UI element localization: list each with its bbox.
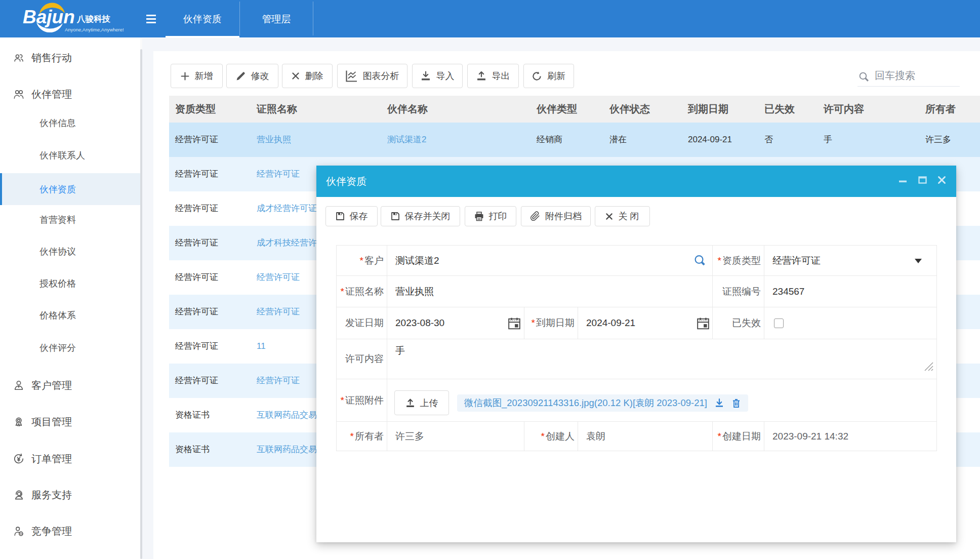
svg-text:Bajun: Bajun (23, 7, 75, 27)
svg-text:Anyone,Anytime,Anywhere!: Anyone,Anytime,Anywhere! (65, 27, 124, 32)
svg-text:vs: vs (20, 532, 23, 535)
svg-text:八骏科技: 八骏科技 (76, 14, 111, 24)
